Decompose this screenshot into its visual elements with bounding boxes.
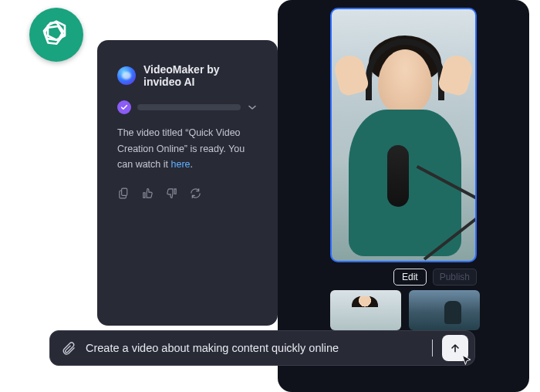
thumbnail-2[interactable] bbox=[409, 290, 480, 330]
app-avatar-icon bbox=[117, 66, 136, 85]
svg-rect-0 bbox=[122, 188, 127, 195]
openai-badge bbox=[29, 8, 83, 62]
figure-mic bbox=[387, 145, 409, 207]
figure-hand-left bbox=[332, 52, 370, 97]
copy-icon[interactable] bbox=[117, 187, 130, 203]
chat-panel: VideoMaker by invideo AI The video title… bbox=[97, 40, 278, 326]
watch-link[interactable]: here bbox=[170, 159, 190, 170]
prompt-bar[interactable]: Create a video about making content quic… bbox=[49, 330, 475, 366]
chat-header: VideoMaker by invideo AI bbox=[117, 63, 258, 88]
upload-arrow-icon bbox=[449, 342, 461, 354]
openai-logo-icon bbox=[39, 16, 73, 53]
publish-button[interactable]: Publish bbox=[433, 269, 477, 286]
chat-title: VideoMaker by invideo AI bbox=[143, 63, 258, 88]
cursor-pointer-icon bbox=[461, 353, 473, 366]
edit-button[interactable]: Edit bbox=[393, 269, 427, 286]
paperclip-icon[interactable] bbox=[61, 340, 76, 356]
progress-bar bbox=[137, 104, 241, 110]
text-cursor bbox=[432, 340, 433, 357]
send-button[interactable] bbox=[442, 335, 468, 361]
video-preview[interactable] bbox=[330, 8, 477, 262]
preview-actions: Edit Publish bbox=[393, 269, 477, 286]
refresh-icon[interactable] bbox=[189, 187, 202, 203]
prompt-input[interactable]: Create a video about making content quic… bbox=[86, 342, 423, 354]
chevron-down-icon[interactable] bbox=[247, 102, 258, 113]
thumbnail-1[interactable] bbox=[330, 290, 401, 330]
thumbnail-row bbox=[330, 290, 480, 330]
thumbs-up-icon[interactable] bbox=[141, 187, 154, 203]
message-action-row bbox=[117, 187, 258, 203]
progress-row[interactable] bbox=[117, 100, 258, 114]
chat-message: The video titled “Quick Video Creation O… bbox=[117, 125, 258, 173]
check-complete-icon bbox=[117, 100, 131, 114]
figure-hand-right bbox=[437, 52, 475, 97]
thumbs-down-icon[interactable] bbox=[165, 187, 178, 203]
message-suffix: . bbox=[191, 159, 193, 170]
